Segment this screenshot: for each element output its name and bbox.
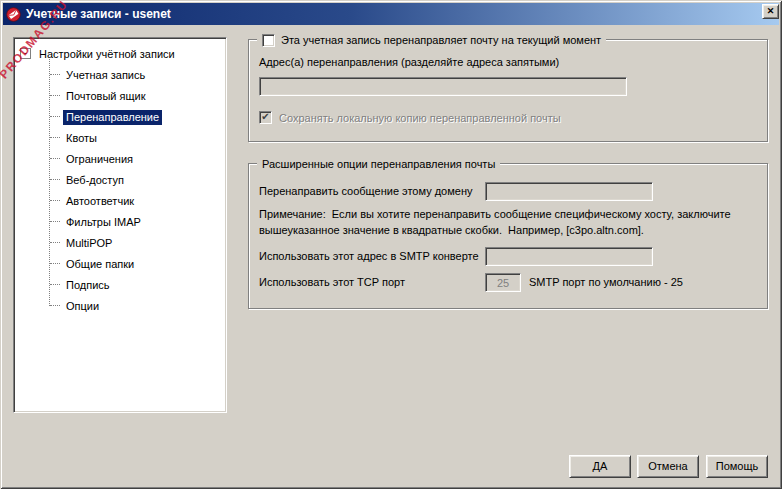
forward-domain-label: Перенаправить сообщение этому домену [259,185,473,197]
group-title-text: Расширенные опции перенаправления почты [262,158,495,170]
tcp-port-input[interactable] [485,273,521,292]
smtp-envelope-input[interactable] [485,247,653,266]
tree-item-signature[interactable]: Подпись [14,274,226,295]
smtp-envelope-label: Использовать этот адрес в SMTP конверте [259,250,479,262]
close-button[interactable]: ✕ [762,4,779,19]
tree-root-label: Настройки учётной записи [36,47,178,62]
forward-host-note-line1: Примечание: Если вы хотите перенаправить… [259,208,731,220]
forwarding-enabled-label: Эта учетная запись перенаправляет почту … [281,34,601,46]
tree-item-quotas[interactable]: Квоты [14,127,226,148]
tree-item-label: Подпись [63,278,113,293]
checkmark-icon: ✔ [260,111,271,123]
tree-item-options[interactable]: Опции [14,295,226,316]
tree-item-label: Ограничения [63,152,136,167]
tree-item-multipop[interactable]: MultiPOP [14,232,226,253]
forwarding-addresses-input[interactable] [259,77,627,96]
titlebar: Учетные записи - usenet [3,3,779,25]
forwarding-addresses-label: Адрес(а) перенаправления (разделяйте адр… [259,56,559,68]
keep-copy-row: ✔ Сохранять локальную копию перенаправле… [259,111,561,124]
keep-copy-label: Сохранять локальную копию перенаправленн… [279,112,561,124]
tree-item-restrictions[interactable]: Ограничения [14,148,226,169]
tree-item-label: Почтовый ящик [63,89,148,104]
advanced-group-title: Расширенные опции перенаправления почты [257,156,500,172]
tree-item-label: Опции [63,299,102,314]
forwarding-enabled-row: Эта учетная запись перенаправляет почту … [257,32,606,48]
tree-item-account[interactable]: Учетная запись [14,64,226,85]
keep-copy-checkbox[interactable]: ✔ [259,111,272,124]
tree-item-label: MultiPOP [63,236,115,251]
tree-item-label: Фильтры IMAP [63,215,144,230]
tcp-port-default-note: SMTP порт по умолчанию - 25 [529,276,683,288]
ok-button[interactable]: ДА [569,455,631,478]
account-settings-dialog: { "window": { "title": "Учетные записи -… [0,0,782,489]
advanced-forwarding-group: Расширенные опции перенаправления почты … [248,163,768,309]
tree-item-autoresponder[interactable]: Автоответчик [14,190,226,211]
tree-item-label: Перенаправление [63,110,162,125]
tree-item-forwarding[interactable]: Перенаправление [14,106,226,127]
tree-item-label: Веб-доступ [63,173,127,188]
tree-item-web-access[interactable]: Веб-доступ [14,169,226,190]
close-icon: ✕ [767,6,775,16]
help-button[interactable]: Помощь [706,455,768,478]
tree-item-label: Общие папки [63,257,137,272]
tree-item-label: Квоты [63,131,100,146]
tcp-port-label: Использовать этот TCP порт [259,276,405,288]
forward-domain-input[interactable] [485,182,653,201]
forward-host-note-line2: вышеуказанное значение в квадратные скоб… [259,224,644,236]
cancel-button[interactable]: Отмена [637,455,699,478]
tree-item-account-settings-root[interactable]: - Настройки учётной записи [14,43,226,64]
tree-item-label: Учетная запись [63,68,148,83]
tree-children: Учетная запись Почтовый ящик Перенаправл… [14,64,226,316]
tree-item-shared-folders[interactable]: Общие папки [14,253,226,274]
forwarding-group: Эта учетная запись перенаправляет почту … [248,39,768,142]
settings-tree: - Настройки учётной записи Учетная запис… [13,37,227,413]
app-icon [6,7,21,22]
tree-item-label: Автоответчик [63,194,137,209]
tree-item-mailbox[interactable]: Почтовый ящик [14,85,226,106]
tree-item-imap-filters[interactable]: Фильтры IMAP [14,211,226,232]
forwarding-enabled-checkbox[interactable] [262,34,275,47]
